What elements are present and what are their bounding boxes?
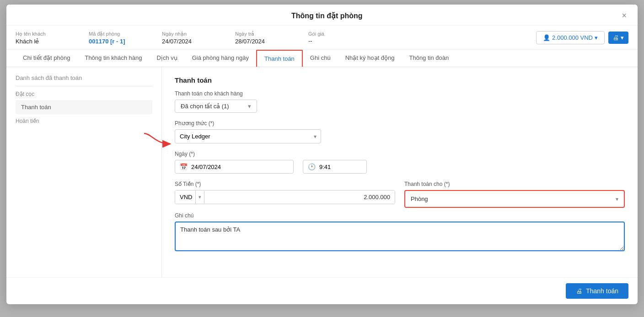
method-label: Phương thức (*) (175, 120, 625, 127)
amount-label: Số Tiền (*) (175, 181, 395, 187)
booking-modal: Thông tin đặt phòng × Họ tên khách Khách… (6, 5, 638, 304)
checkin-value: 24/07/2024 (162, 38, 217, 45)
code-value: 001170 [r - 1] (89, 38, 144, 45)
guest-value: Khách lẻ (16, 38, 70, 45)
submit-button[interactable]: 🖨 Thanh toán (566, 283, 628, 299)
person-icon: 👤 (543, 34, 550, 41)
method-select-wrapper: City Ledger ▾ (175, 129, 321, 143)
guest-label: Họ tên khách (16, 31, 70, 37)
tab-thanh-toan[interactable]: Thanh toán (256, 50, 303, 67)
modal-header: Thông tin đặt phòng × (6, 5, 638, 26)
red-arrow (142, 131, 174, 148)
time-input-wrap: 🕐 (303, 160, 367, 174)
time-input[interactable] (319, 164, 362, 170)
booking-field-checkin: Ngày nhận 24/07/2024 (162, 31, 217, 45)
amount-input[interactable] (204, 190, 395, 204)
customer-dropdown[interactable]: Đã chọn tất cả (1) ▾ (175, 100, 257, 113)
tab-thong-tin-doan[interactable]: Thông tin đoàn (402, 50, 456, 67)
checkout-label: Ngày trả (235, 31, 290, 37)
customer-selected: Đã chọn tất cả (1) (181, 103, 229, 110)
payment-for-group: Thanh toán cho (*) Phòng ▾ (404, 181, 625, 208)
amount-button[interactable]: 👤 2.000.000 VND ▾ (536, 31, 605, 44)
tab-bar: Chi tiết đặt phòng Thông tin khách hàng … (6, 50, 638, 67)
booking-info-row: Họ tên khách Khách lẻ Mã đặt phòng 00117… (6, 26, 638, 50)
arrow-container: City Ledger ▾ (175, 129, 321, 143)
note-group: Ghi chú (175, 212, 625, 253)
payment-for-select[interactable]: Phòng ▾ (411, 195, 618, 202)
booking-field-code: Mã đặt phòng 001170 [r - 1] (89, 31, 144, 45)
caret-icon: ▾ (595, 34, 598, 41)
note-label: Ghi chú (175, 212, 625, 219)
tab-chi-tiet[interactable]: Chi tiết đặt phòng (16, 50, 77, 67)
sidebar-item-payment[interactable]: Thanh toán (16, 100, 152, 114)
submit-label: Thanh toán (586, 287, 618, 295)
clock-icon: 🕐 (308, 163, 316, 170)
checkin-label: Ngày nhận (162, 31, 217, 37)
amount-payment-row: Số Tiền (*) VND ▾ Thanh toán cho (*) (175, 181, 625, 208)
customer-caret-icon: ▾ (248, 103, 251, 110)
amount-group: Số Tiền (*) VND ▾ (175, 181, 395, 204)
date-time-row: 📅 🕐 (175, 160, 625, 174)
sidebar-refund-label: Hoàn tiền (16, 118, 152, 124)
tab-khach-hang[interactable]: Thông tin khách hàng (77, 50, 149, 67)
code-label: Mã đặt phòng (89, 31, 144, 37)
tab-nhat-ky[interactable]: Nhật ký hoạt động (338, 50, 402, 67)
form-title: Thanh toán (175, 76, 625, 84)
modal-title: Thông tin đặt phòng (34, 11, 620, 20)
checkout-value: 28/07/2024 (235, 38, 290, 45)
print-caret: ▾ (621, 34, 624, 41)
tab-dich-vu[interactable]: Dịch vụ (150, 50, 185, 67)
payment-for-value: Phòng (411, 195, 428, 202)
submit-icon: 🖨 (576, 287, 582, 295)
tab-gia-phong[interactable]: Giá phòng hàng ngày (185, 50, 256, 67)
close-button[interactable]: × (620, 11, 628, 21)
print-button[interactable]: 🖨 ▾ (608, 32, 628, 44)
tab-ghi-chu[interactable]: Ghi chú (303, 50, 338, 67)
booking-field-checkout: Ngày trả 28/07/2024 (235, 31, 290, 45)
main-content: Danh sách đã thanh toán Đặt cọc Thanh to… (6, 67, 638, 277)
date-group: Ngày (*) 📅 🕐 (175, 151, 625, 174)
modal-footer: 🖨 Thanh toán (6, 277, 638, 304)
payment-for-caret-icon: ▾ (616, 196, 618, 202)
payment-for-label: Thanh toán cho (*) (404, 181, 625, 187)
currency-select[interactable]: VND (175, 190, 196, 204)
customer-label: Thanh toán cho khách hàng (175, 90, 625, 97)
currency-amount-wrap: VND ▾ (175, 190, 395, 204)
calendar-icon: 📅 (180, 163, 188, 170)
amount-text: 2.000.000 VND (552, 34, 593, 41)
sidebar: Danh sách đã thanh toán Đặt cọc Thanh to… (6, 67, 162, 277)
customer-group: Thanh toán cho khách hàng Đã chọn tất cả… (175, 90, 625, 113)
package-label: Gói giá (308, 31, 363, 37)
booking-actions: 👤 2.000.000 VND ▾ 🖨 ▾ (536, 31, 628, 44)
method-select[interactable]: City Ledger (175, 129, 321, 143)
method-group: Phương thức (*) (175, 120, 625, 143)
print-icon: 🖨 (613, 34, 619, 41)
package-value: -- (308, 37, 363, 44)
payment-form: Thanh toán Thanh toán cho khách hàng Đã … (162, 67, 638, 277)
date-label: Ngày (*) (175, 151, 625, 157)
date-input-wrap: 📅 (175, 160, 294, 174)
sidebar-deposit-label: Đặt cọc (16, 91, 152, 97)
payment-for-box: Phòng ▾ (404, 190, 625, 208)
note-textarea[interactable] (175, 222, 625, 251)
sidebar-heading-paid: Danh sách đã thanh toán (16, 74, 152, 81)
currency-caret-icon: ▾ (196, 191, 204, 203)
booking-field-package: Gói giá -- (308, 31, 363, 44)
date-input[interactable] (191, 164, 289, 170)
booking-field-guest: Họ tên khách Khách lẻ (16, 31, 70, 45)
